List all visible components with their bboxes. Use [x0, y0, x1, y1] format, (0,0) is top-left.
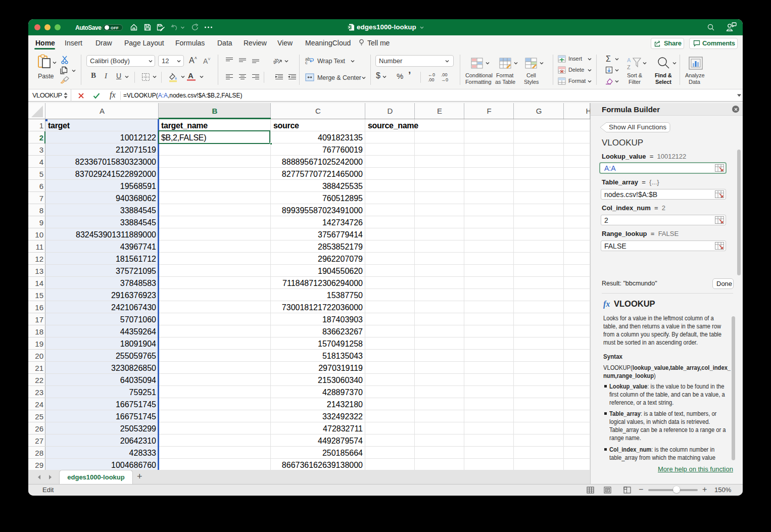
- svg-text:A: A: [627, 57, 631, 63]
- svg-text:Z: Z: [627, 64, 631, 70]
- svg-text:ab: ab: [273, 57, 280, 65]
- svg-text:c: c: [305, 60, 308, 65]
